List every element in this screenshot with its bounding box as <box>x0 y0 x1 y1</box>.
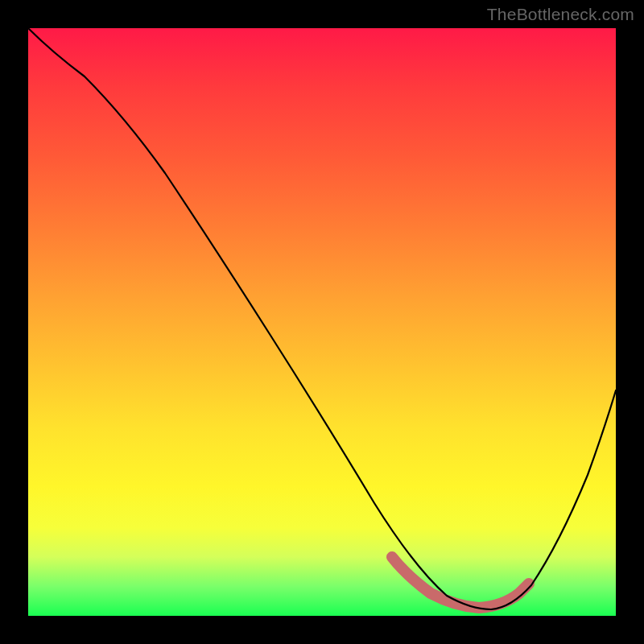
plot-area <box>28 28 616 616</box>
chart-svg <box>28 28 616 616</box>
watermark-text: TheBottleneck.com <box>487 5 634 24</box>
optimal-band-path <box>392 557 529 608</box>
bottleneck-curve-path <box>28 28 616 609</box>
chart-frame: TheBottleneck.com <box>0 0 644 644</box>
